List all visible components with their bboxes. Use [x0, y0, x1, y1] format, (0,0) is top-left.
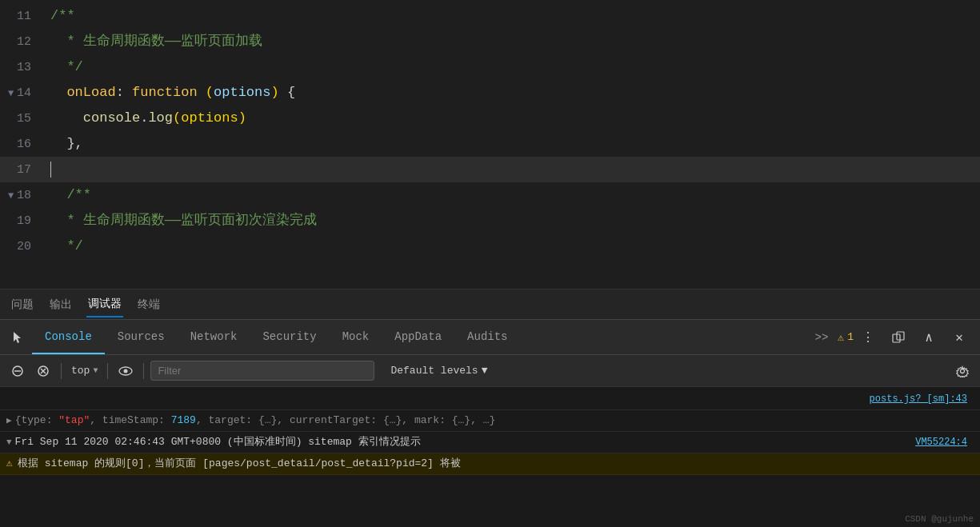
tab-issue[interactable]: 问题: [10, 293, 35, 317]
line-content-19: * 生命周期函数——监听页面初次渲染完成: [44, 208, 980, 234]
tab-security[interactable]: Security: [250, 320, 329, 354]
console-log-line-1: ▶ {type: "tap", timeStamp: 7189, target:…: [0, 410, 980, 432]
fold-arrow[interactable]: ▼: [8, 183, 14, 209]
more-options-icon[interactable]: ⋮: [854, 323, 882, 352]
code-editor: 11 /** 12 * 生命周期函数——监听页面加载 13 */ ▼14 onL…: [0, 0, 980, 289]
console-warn-text: 根据 sitemap 的规则[0]，当前页面 [pages/post_detai…: [18, 455, 461, 473]
stop-icon[interactable]: [32, 360, 54, 382]
default-levels-dropdown[interactable]: Default levels ▼: [384, 361, 494, 380]
default-levels-label: Default levels: [390, 365, 478, 377]
code-token: :: [116, 85, 132, 100]
devtools-tabs: Console Sources Network Security Mock Ap…: [32, 320, 809, 354]
svg-point-10: [961, 369, 965, 373]
code-token: * 生命周期函数——监听页面初次渲染完成: [50, 213, 317, 228]
tab-mock[interactable]: Mock: [330, 320, 382, 354]
code-token: options: [214, 85, 270, 100]
tab-console[interactable]: Console: [32, 320, 105, 354]
console-output: posts.js? [sm]:43 ▶ {type: "tap", timeSt…: [0, 387, 980, 475]
file-reference-1[interactable]: posts.js? [sm]:43: [870, 390, 980, 408]
tab-audits[interactable]: Audits: [454, 320, 520, 354]
select-element-icon[interactable]: [3, 323, 32, 352]
tab-debugger[interactable]: 调试器: [86, 292, 123, 317]
code-line-19: 19 * 生命周期函数——监听页面初次渲染完成: [0, 208, 980, 234]
clear-console-icon[interactable]: [6, 360, 29, 382]
toolbar-divider: [61, 363, 62, 379]
line-content-20: */: [44, 234, 980, 259]
line-content-18: /**: [44, 182, 980, 208]
tab-sources[interactable]: Sources: [105, 320, 178, 354]
code-token: "tap": [58, 414, 90, 426]
tab-appdata[interactable]: AppData: [382, 320, 454, 354]
code-line-15: 15 console.log(options): [0, 106, 980, 131]
code-line-17: 17: [0, 157, 980, 182]
code-token: function: [132, 85, 198, 100]
warning-triangle-icon: ⚠: [838, 331, 844, 344]
devtools-header-right: ⋮ ∧ ✕: [854, 323, 977, 352]
line-number-14: ▼14: [0, 81, 44, 106]
code-token: console: [50, 110, 140, 126]
line-content-11: /**: [44, 3, 980, 29]
code-token: , target: {…}, currentTarget: {…}, mark:…: [196, 414, 495, 426]
toolbar-divider3: [143, 363, 144, 379]
context-value: top: [71, 365, 90, 377]
code-token: onLoad: [50, 85, 116, 100]
warning-count: 1: [847, 331, 854, 343]
code-token: {: [279, 85, 295, 100]
code-token: */: [50, 238, 83, 254]
line-number-17: 17: [0, 158, 44, 183]
tab-network[interactable]: Network: [178, 320, 250, 354]
eye-icon[interactable]: [114, 360, 137, 382]
code-token: , timeStamp:: [90, 414, 170, 426]
chevron-down-icon: ▼: [93, 366, 98, 375]
console-output-wrapper: posts.js? [sm]:43 ▶ {type: "tap", timeSt…: [0, 387, 980, 527]
context-selector[interactable]: top ▼: [68, 363, 101, 378]
filter-input[interactable]: [150, 361, 374, 381]
line-number-15: 15: [0, 106, 44, 132]
devtools-panel: Console Sources Network Security Mock Ap…: [0, 319, 980, 527]
code-line-18: ▼18 /**: [0, 182, 980, 208]
line-number-12: 12: [0, 30, 44, 55]
close-icon[interactable]: ✕: [945, 323, 974, 352]
svg-marker-0: [14, 332, 21, 343]
devtools-toolbar: top ▼ Default levels ▼: [0, 355, 980, 387]
code-token: [198, 85, 206, 100]
expand-arrow-1[interactable]: ▶: [6, 412, 12, 429]
console-warn-line: ⚠ 根据 sitemap 的规则[0]，当前页面 [pages/post_det…: [0, 453, 980, 475]
watermark: CSDN @gujunhe: [905, 514, 974, 524]
code-token: {type:: [15, 414, 59, 426]
tab-terminal[interactable]: 终端: [136, 293, 162, 317]
settings-icon[interactable]: [951, 360, 974, 382]
warning-badge: ⚠ 1: [838, 331, 854, 344]
line-content-14: onLoad: function (options) {: [44, 80, 980, 106]
more-tabs-button[interactable]: >>: [809, 331, 835, 344]
chevron-up-icon[interactable]: ∧: [914, 323, 943, 352]
line-content-12: * 生命周期函数——监听页面加载: [44, 29, 980, 54]
fold-arrow[interactable]: ▼: [8, 81, 14, 106]
code-token: (: [206, 85, 214, 100]
line-number-13: 13: [0, 55, 44, 81]
code-token: /**: [50, 187, 91, 202]
warn-prefix: 根据 sitemap 的规则[0]，当前页面 [pages/post_detai…: [18, 457, 461, 469]
code-token: 7189: [171, 414, 196, 426]
code-token: (options): [173, 110, 246, 126]
line-content-13: */: [44, 54, 980, 80]
code-line-16: 16 },: [0, 131, 980, 157]
detach-icon[interactable]: [884, 323, 913, 352]
line-number-18: ▼18: [0, 183, 44, 209]
code-lines: 11 /** 12 * 生命周期函数——监听页面加载 13 */ ▼14 onL…: [0, 0, 980, 289]
code-token: * 生命周期函数——监听页面加载: [50, 34, 262, 49]
line-content-17: [44, 157, 980, 182]
line-number-20: 20: [0, 234, 44, 260]
cursor-symbol: [50, 162, 51, 178]
tab-output[interactable]: 输出: [48, 293, 74, 317]
line-content-16: },: [44, 131, 980, 157]
code-token: ): [270, 85, 278, 100]
toolbar-divider2: [107, 363, 108, 379]
code-line-14: ▼14 onLoad: function (options) {: [0, 80, 980, 106]
expand-arrow-2[interactable]: ▼: [6, 433, 12, 451]
code-line-12: 12 * 生命周期函数——监听页面加载: [0, 29, 980, 54]
code-token: */: [50, 59, 83, 74]
file-reference-2[interactable]: VM55224:4: [915, 433, 980, 451]
line-number-11: 11: [0, 4, 44, 30]
console-file-ref-line: posts.js? [sm]:43: [0, 387, 980, 410]
